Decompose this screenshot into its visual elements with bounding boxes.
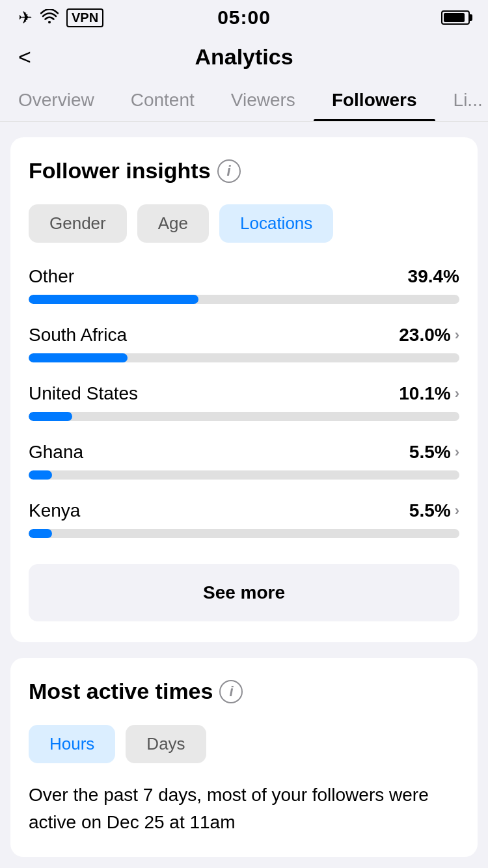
status-right-icons: [441, 10, 470, 25]
location-item-other: Other 39.4%: [29, 266, 459, 304]
location-name-south-africa: South Africa: [29, 325, 127, 346]
location-name-kenya: Kenya: [29, 500, 80, 521]
age-filter-button[interactable]: Age: [137, 204, 209, 243]
location-pct-other: 39.4%: [408, 266, 459, 287]
gender-filter-button[interactable]: Gender: [29, 204, 127, 243]
location-pct-ghana: 5.5% ›: [409, 442, 459, 463]
tab-overview[interactable]: Overview: [0, 78, 113, 121]
tab-content[interactable]: Content: [113, 78, 213, 121]
location-item-ghana[interactable]: Ghana 5.5% ›: [29, 442, 459, 480]
most-active-times-title: Most active times i: [29, 679, 459, 704]
location-pct-kenya: 5.5% ›: [409, 500, 459, 521]
battery-icon: [441, 10, 470, 25]
filter-buttons: Gender Age Locations: [29, 204, 459, 243]
chevron-right-icon: ›: [455, 327, 459, 344]
back-button[interactable]: <: [18, 44, 31, 70]
location-pct-united-states: 10.1% ›: [399, 383, 459, 404]
progress-bar-united-states: [29, 412, 459, 421]
chevron-right-icon-us: ›: [455, 385, 459, 402]
active-times-description: Over the past 7 days, most of your follo…: [29, 781, 459, 836]
location-item-united-states[interactable]: United States 10.1% ›: [29, 383, 459, 421]
tab-followers[interactable]: Followers: [314, 78, 435, 121]
status-bar: ✈ VPN 05:00: [0, 0, 488, 35]
info-icon-active[interactable]: i: [219, 680, 243, 703]
page-title: Analytics: [195, 44, 293, 70]
time-filter-buttons: Hours Days: [29, 725, 459, 763]
location-name-united-states: United States: [29, 383, 138, 404]
status-time: 05:00: [217, 7, 271, 29]
tab-live[interactable]: Li...: [435, 78, 488, 121]
locations-filter-button[interactable]: Locations: [219, 204, 333, 243]
days-filter-button[interactable]: Days: [126, 725, 206, 763]
progress-bar-ghana: [29, 470, 459, 480]
vpn-badge: VPN: [66, 8, 103, 27]
location-pct-south-africa: 23.0% ›: [399, 325, 459, 346]
location-name-other: Other: [29, 266, 74, 287]
chevron-right-icon-ghana: ›: [455, 444, 459, 461]
location-name-ghana: Ghana: [29, 442, 83, 463]
most-active-times-card: Most active times i Hours Days Over the …: [10, 658, 478, 857]
see-more-button[interactable]: See more: [29, 564, 459, 621]
progress-bar-south-africa: [29, 353, 459, 362]
tab-bar: Overview Content Viewers Followers Li...: [0, 78, 488, 122]
progress-bar-other: [29, 295, 459, 304]
chevron-right-icon-kenya: ›: [455, 502, 459, 519]
status-left-icons: ✈ VPN: [18, 8, 103, 28]
wifi-icon: [40, 8, 59, 28]
page-header: < Analytics: [0, 35, 488, 78]
follower-insights-title: Follower insights i: [29, 158, 459, 183]
tab-viewers[interactable]: Viewers: [213, 78, 314, 121]
location-item-kenya[interactable]: Kenya 5.5% ›: [29, 500, 459, 538]
svg-point-0: [48, 21, 51, 23]
hours-filter-button[interactable]: Hours: [29, 725, 115, 763]
location-item-south-africa[interactable]: South Africa 23.0% ›: [29, 325, 459, 362]
progress-bar-kenya: [29, 529, 459, 538]
airplane-icon: ✈: [18, 8, 33, 28]
info-icon[interactable]: i: [217, 159, 241, 183]
follower-insights-card: Follower insights i Gender Age Locations…: [10, 137, 478, 642]
